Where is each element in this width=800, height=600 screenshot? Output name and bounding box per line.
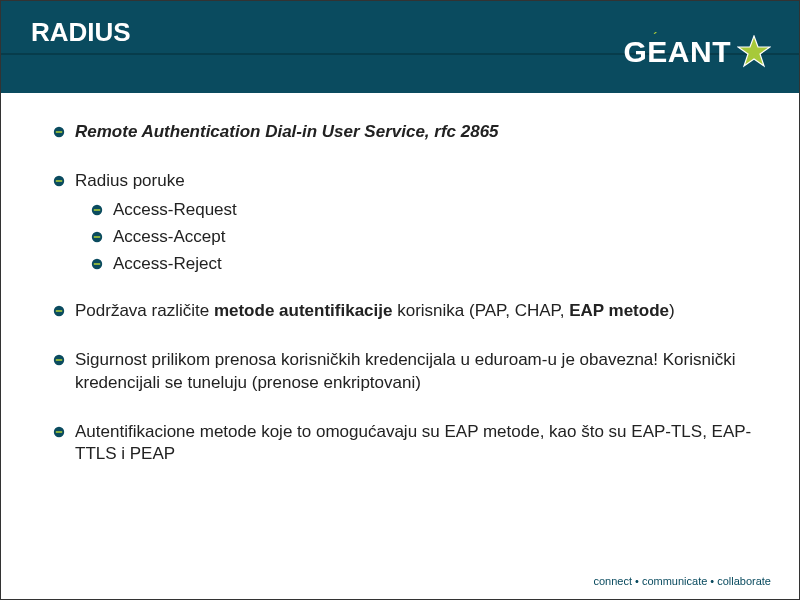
svg-rect-4: [56, 180, 62, 182]
bullet-icon: [91, 204, 103, 216]
list-item: Autentifikacione metode koje to omogućav…: [53, 421, 759, 467]
bullet-icon: [53, 175, 65, 187]
logo-letters-ant: ANT: [668, 35, 731, 69]
footer-word-2: communicate: [642, 575, 707, 587]
spacer: [53, 280, 759, 300]
list-item: Sigurnost prilikom prenosa korisničkih k…: [53, 349, 759, 395]
bullet-icon: [91, 258, 103, 270]
bullet-icon: [53, 426, 65, 438]
content-area: Remote Authentication Dial-in User Servi…: [53, 121, 759, 559]
list-item: Remote Authentication Dial-in User Servi…: [53, 121, 759, 144]
svg-rect-6: [94, 209, 100, 211]
separator-dot-icon: •: [707, 575, 717, 587]
footer-word-1: connect: [594, 575, 633, 587]
list-subitem-text: Access-Reject: [113, 253, 759, 276]
svg-rect-16: [56, 431, 62, 433]
logo-accent: ´: [653, 31, 658, 45]
bullet-icon: [53, 354, 65, 366]
svg-rect-8: [94, 236, 100, 238]
list-item-text: Radius poruke: [75, 170, 759, 193]
geant-logo: G´EANT: [623, 35, 771, 69]
svg-marker-0: [738, 36, 770, 66]
header-band: RADIUS G´EANT: [1, 1, 799, 93]
svg-rect-12: [56, 310, 62, 312]
footer-tagline: connect•communicate•collaborate: [594, 575, 772, 587]
list-subitem-text: Access-Accept: [113, 226, 759, 249]
list-subitem: Access-Request: [91, 199, 759, 222]
list-subitem: Access-Accept: [91, 226, 759, 249]
list-item: Radius poruke: [53, 170, 759, 193]
svg-rect-10: [94, 263, 100, 265]
star-icon: [737, 35, 771, 69]
logo-letter-e: ´E: [647, 35, 668, 69]
slide: RADIUS G´EANT Remote Authentication Dial…: [0, 0, 800, 600]
list-subitem: Access-Reject: [91, 253, 759, 276]
svg-rect-14: [56, 359, 62, 361]
bullet-icon: [91, 231, 103, 243]
footer-word-3: collaborate: [717, 575, 771, 587]
list-item-text: Sigurnost prilikom prenosa korisničkih k…: [75, 349, 759, 395]
bullet-icon: [53, 305, 65, 317]
list-item: Podržava različite metode autentifikacij…: [53, 300, 759, 323]
svg-rect-2: [56, 131, 62, 133]
left-gutter: [1, 93, 19, 599]
list-subitem-text: Access-Request: [113, 199, 759, 222]
separator-dot-icon: •: [632, 575, 642, 587]
slide-title: RADIUS: [31, 17, 131, 48]
list-item-text: Autentifikacione metode koje to omogućav…: [75, 421, 759, 467]
list-item-text: Remote Authentication Dial-in User Servi…: [75, 121, 759, 144]
list-item-text: Podržava različite metode autentifikacij…: [75, 300, 759, 323]
logo-letter-g: G: [623, 35, 647, 69]
bullet-icon: [53, 126, 65, 138]
